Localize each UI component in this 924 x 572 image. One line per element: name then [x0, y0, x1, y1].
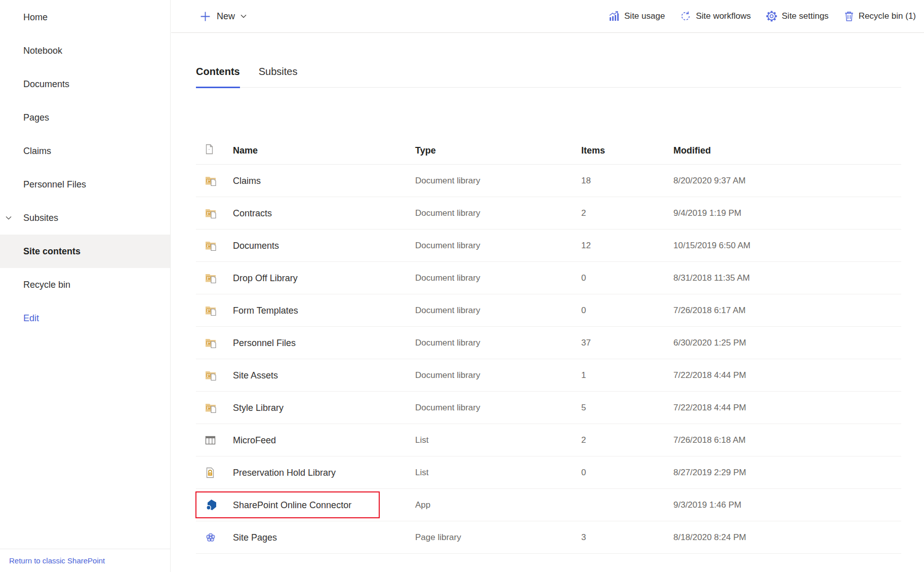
sidebar-item-home[interactable]: Home [0, 1, 170, 34]
row-type: Page library [415, 532, 461, 543]
table-header: Name Type Items Modified [196, 88, 901, 165]
row-name-link[interactable]: MicroFeed [233, 435, 276, 445]
sidebar-item-subsites[interactable]: Subsites [0, 201, 170, 235]
table-row-site-pages[interactable]: Site PagesPage library38/18/2020 8:24 PM [196, 521, 901, 554]
sidebar-item-recycle-bin[interactable]: Recycle bin [0, 268, 170, 301]
table-row-documents[interactable]: DocumentsDocument library1210/15/2019 6:… [196, 230, 901, 262]
sidebar-item-label: Notebook [23, 46, 62, 56]
sidebar-item-pages[interactable]: Pages [0, 101, 170, 134]
workflows-sync-icon [680, 11, 691, 22]
row-items-count: 18 [581, 176, 591, 186]
row-name-link[interactable]: Site Pages [233, 532, 277, 543]
table-row-drop-off-library[interactable]: Drop Off LibraryDocument library08/31/20… [196, 262, 901, 294]
column-header-type[interactable]: Type [415, 145, 436, 156]
sidebar-item-site-contents[interactable]: Site contents [0, 235, 170, 268]
sharepoint-app-icon [205, 499, 218, 511]
row-items-count: 2 [581, 208, 586, 218]
file-type-column-icon [205, 144, 214, 157]
sidebar-item-label: Site contents [23, 246, 81, 257]
row-name-link[interactable]: Claims [233, 175, 261, 186]
plus-icon [200, 11, 211, 22]
recycle-bin-1-button[interactable]: Recycle bin (1) [844, 11, 916, 22]
sidebar-item-label: Claims [23, 146, 51, 157]
row-name-link[interactable]: Drop Off Library [233, 273, 298, 283]
row-type: Document library [415, 241, 480, 251]
row-type: Document library [415, 273, 480, 283]
site-usage-chart-icon [609, 11, 620, 22]
table-row-preservation-hold-library[interactable]: Preservation Hold LibraryList08/27/2019 … [196, 456, 901, 489]
row-name-link[interactable]: Documents [233, 240, 279, 251]
site-pages-icon [205, 532, 216, 543]
settings-gear-icon [766, 11, 777, 22]
column-header-items[interactable]: Items [581, 145, 605, 156]
document-library-icon [205, 175, 217, 186]
chevron-down-icon[interactable] [5, 214, 12, 221]
sidebar-item-label: Edit [23, 313, 39, 324]
content-area: ContentsSubsites Name Type Items Modifie… [171, 66, 924, 554]
site-workflows-button[interactable]: Site workflows [680, 11, 751, 22]
sidebar-item-claims[interactable]: Claims [0, 134, 170, 168]
main-area: New Site usageSite workflowsSite setting… [171, 0, 924, 572]
document-library-icon [205, 208, 217, 218]
sidebar-nav: HomeNotebookDocumentsPagesClaimsPersonne… [0, 0, 170, 335]
row-name-link[interactable]: Personnel Files [233, 337, 296, 348]
row-name-link[interactable]: Form Templates [233, 305, 298, 316]
new-button-label: New [217, 11, 235, 22]
sidebar-item-edit[interactable]: Edit [0, 301, 170, 335]
sidebar: HomeNotebookDocumentsPagesClaimsPersonne… [0, 0, 171, 572]
row-modified-date: 9/4/2019 1:19 PM [673, 208, 741, 218]
sidebar-item-documents[interactable]: Documents [0, 67, 170, 101]
row-name-link[interactable]: Preservation Hold Library [233, 467, 336, 478]
row-type: Document library [415, 306, 480, 316]
document-library-icon [205, 370, 217, 380]
table-row-personnel-files[interactable]: Personnel FilesDocument library376/30/20… [196, 327, 901, 359]
sidebar-footer: Return to classic SharePoint [0, 549, 171, 572]
table-row-microfeed[interactable]: MicroFeedList27/26/2018 6:18 AM [196, 424, 901, 456]
chevron-down-icon [240, 13, 247, 20]
row-name-link[interactable]: Style Library [233, 402, 284, 413]
row-modified-date: 7/26/2018 6:18 AM [673, 435, 746, 445]
row-name-link[interactable]: Contracts [233, 208, 272, 218]
row-modified-date: 8/27/2019 2:29 PM [673, 468, 746, 478]
return-to-classic-link[interactable]: Return to classic SharePoint [9, 556, 105, 565]
column-header-name[interactable]: Name [233, 145, 258, 156]
row-modified-date: 8/31/2018 11:35 AM [673, 273, 750, 283]
row-modified-date: 10/15/2019 6:50 AM [673, 241, 750, 251]
row-name-link[interactable]: Site Assets [233, 370, 278, 380]
sidebar-item-personnel-files[interactable]: Personnel Files [0, 168, 170, 201]
recycle-bin-trash-icon [844, 11, 854, 22]
row-type: List [415, 435, 428, 445]
row-items-count: 12 [581, 241, 591, 251]
command-label: Site usage [624, 11, 665, 21]
table-row-style-library[interactable]: Style LibraryDocument library57/22/2018 … [196, 392, 901, 424]
row-name-link[interactable]: SharePoint Online Connector [233, 500, 351, 510]
document-library-icon [205, 337, 217, 348]
command-label: Site settings [782, 11, 829, 21]
sidebar-item-label: Documents [23, 79, 69, 90]
row-type: App [415, 500, 430, 510]
sidebar-item-label: Subsites [23, 213, 58, 223]
row-modified-date: 8/18/2020 8:24 PM [673, 532, 746, 543]
sidebar-item-label: Recycle bin [23, 280, 70, 290]
column-header-modified[interactable]: Modified [673, 145, 711, 156]
tab-contents[interactable]: Contents [196, 66, 240, 88]
list-icon [205, 435, 216, 445]
tab-subsites[interactable]: Subsites [259, 66, 298, 87]
row-type: Document library [415, 370, 480, 380]
hold-library-icon [205, 467, 215, 478]
new-button[interactable]: New [200, 11, 247, 22]
table-row-form-templates[interactable]: Form TemplatesDocument library07/26/2018… [196, 294, 901, 327]
command-label: Recycle bin (1) [859, 11, 916, 21]
row-items-count: 1 [581, 370, 586, 380]
row-modified-date: 8/20/2020 9:37 AM [673, 176, 746, 186]
site-settings-button[interactable]: Site settings [766, 11, 829, 22]
site-usage-button[interactable]: Site usage [609, 11, 665, 22]
sidebar-item-notebook[interactable]: Notebook [0, 34, 170, 67]
row-type: Document library [415, 208, 480, 218]
table-row-contracts[interactable]: ContractsDocument library29/4/2019 1:19 … [196, 197, 901, 230]
table-row-site-assets[interactable]: Site AssetsDocument library17/22/2018 4:… [196, 359, 901, 392]
table-row-claims[interactable]: ClaimsDocument library188/20/2020 9:37 A… [196, 165, 901, 197]
table-row-sharepoint-online-connector[interactable]: SharePoint Online ConnectorApp9/3/2019 1… [196, 489, 901, 521]
command-label: Site workflows [696, 11, 751, 21]
sidebar-item-label: Home [23, 12, 48, 23]
